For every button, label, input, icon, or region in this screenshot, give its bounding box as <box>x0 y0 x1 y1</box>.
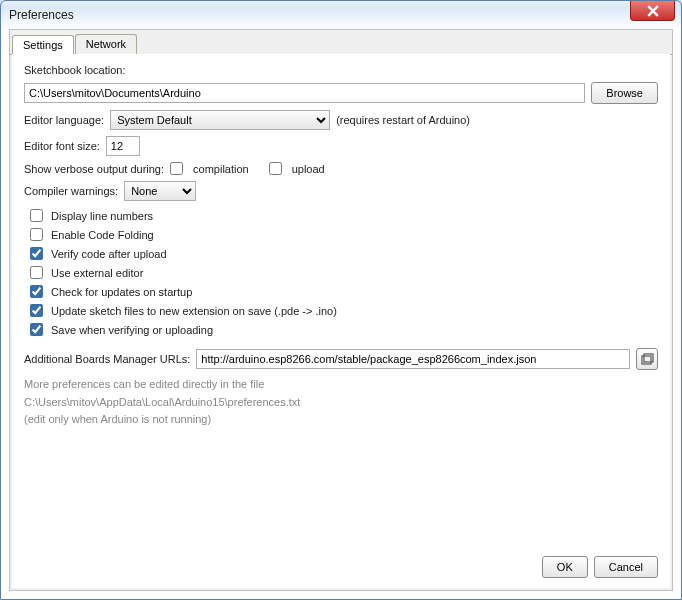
line-numbers-checkbox[interactable] <box>30 209 43 222</box>
warnings-label: Compiler warnings: <box>24 185 118 197</box>
boards-url-input[interactable] <box>196 349 630 369</box>
sketchbook-input[interactable] <box>24 83 585 103</box>
verbose-compilation-checkbox[interactable] <box>170 162 183 175</box>
svg-rect-0 <box>642 356 651 364</box>
verbose-label: Show verbose output during: <box>24 163 164 175</box>
tab-network[interactable]: Network <box>75 34 137 54</box>
ok-button[interactable]: OK <box>542 556 588 578</box>
external-editor-label: Use external editor <box>51 267 143 279</box>
fontsize-label: Editor font size: <box>24 140 100 152</box>
language-label: Editor language: <box>24 114 104 126</box>
verbose-compilation-label: compilation <box>193 163 249 175</box>
close-button[interactable] <box>630 1 675 21</box>
titlebar: Preferences <box>1 1 681 29</box>
language-select[interactable]: System Default <box>110 110 330 130</box>
verify-upload-label: Verify code after upload <box>51 248 167 260</box>
cancel-button[interactable]: Cancel <box>594 556 658 578</box>
note-line-2: C:\Users\mitov\AppData\Local\Arduino15\p… <box>24 394 658 412</box>
dialog-buttons: OK Cancel <box>542 556 658 578</box>
browse-button[interactable]: Browse <box>591 82 658 104</box>
warnings-select[interactable]: None <box>124 181 196 201</box>
window-icon <box>641 353 654 366</box>
preferences-window: Preferences Settings Network Sketchbook … <box>0 0 682 600</box>
settings-pane: Sketchbook location: Browse Editor langu… <box>12 54 670 588</box>
note-line-3: (edit only when Arduino is not running) <box>24 411 658 429</box>
boards-label: Additional Boards Manager URLs: <box>24 353 190 365</box>
save-verify-label: Save when verifying or uploading <box>51 324 213 336</box>
boards-url-edit-button[interactable] <box>636 348 658 370</box>
content-area: Settings Network Sketchbook location: Br… <box>9 29 673 591</box>
save-verify-checkbox[interactable] <box>30 323 43 336</box>
verify-upload-checkbox[interactable] <box>30 247 43 260</box>
update-ext-label: Update sketch files to new extension on … <box>51 305 337 317</box>
code-folding-checkbox[interactable] <box>30 228 43 241</box>
options-list: Display line numbers Enable Code Folding… <box>30 209 658 336</box>
code-folding-label: Enable Code Folding <box>51 229 154 241</box>
check-updates-label: Check for updates on startup <box>51 286 192 298</box>
external-editor-checkbox[interactable] <box>30 266 43 279</box>
verbose-upload-checkbox[interactable] <box>269 162 282 175</box>
language-note: (requires restart of Arduino) <box>336 114 470 126</box>
line-numbers-label: Display line numbers <box>51 210 153 222</box>
check-updates-checkbox[interactable] <box>30 285 43 298</box>
note-line-1: More preferences can be edited directly … <box>24 376 658 394</box>
footer-note: More preferences can be edited directly … <box>24 376 658 429</box>
window-title: Preferences <box>9 8 74 22</box>
tab-bar: Settings Network <box>10 30 672 55</box>
update-ext-checkbox[interactable] <box>30 304 43 317</box>
sketchbook-label: Sketchbook location: <box>24 64 126 76</box>
verbose-upload-label: upload <box>292 163 325 175</box>
fontsize-input[interactable] <box>106 136 140 156</box>
tab-settings[interactable]: Settings <box>12 35 74 55</box>
svg-rect-1 <box>644 354 653 362</box>
close-icon <box>647 5 659 17</box>
